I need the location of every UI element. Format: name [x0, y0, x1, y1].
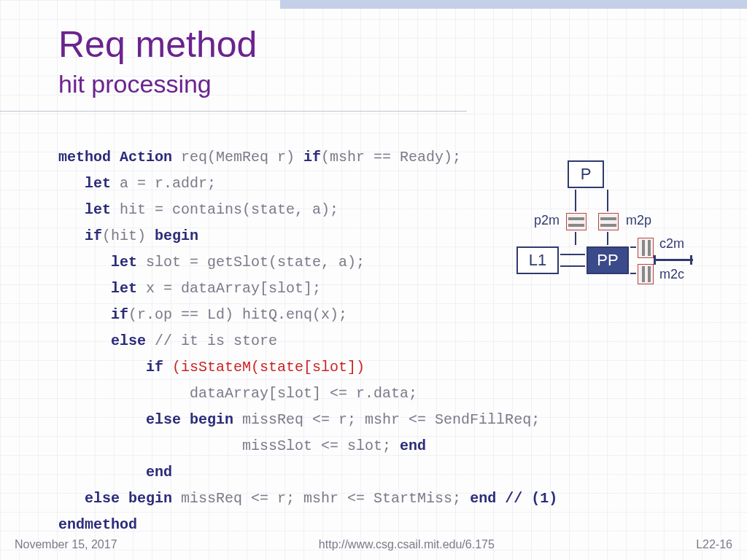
queue-m2p — [598, 213, 619, 230]
kw: method Action — [58, 149, 172, 166]
arrow — [630, 246, 636, 248]
label-m2c: m2c — [659, 267, 684, 282]
kw: else begin — [146, 411, 233, 428]
code-text-red: (isStateM(state[slot]) — [163, 359, 365, 376]
code-text: missSlot <= slot; — [242, 438, 391, 454]
code-text: x = dataArray[slot]; — [137, 280, 321, 297]
kw: let — [111, 254, 137, 271]
kw: let — [111, 280, 137, 297]
code-text: dataArray[slot] <= r.data; — [190, 385, 417, 402]
queue-p2m — [566, 213, 587, 230]
code-text: a = r.addr; — [111, 175, 216, 192]
box-p: P — [568, 160, 604, 188]
code-text: (r.op == Ld) hitQ.enq(x); — [128, 306, 347, 323]
kw: end — [146, 464, 172, 481]
slide-title: Req method — [58, 23, 257, 66]
code-block: method Action req(MemReq r) if(mshr == R… — [58, 118, 557, 538]
arrow — [560, 265, 585, 267]
kw: let — [85, 201, 111, 218]
kw: else begin — [85, 490, 172, 507]
decorative-top-bar — [280, 0, 747, 9]
footer-url: http://www.csg.csail.mit.edu/6.175 — [319, 538, 495, 551]
code-text: req(MemReq r) — [172, 149, 303, 166]
label-p2m: p2m — [534, 213, 560, 228]
kw: end // (1) — [461, 490, 557, 507]
kw: if — [111, 306, 128, 323]
label-m2p: m2p — [626, 213, 651, 228]
footer-page: L22-16 — [696, 538, 732, 551]
arrow — [607, 190, 608, 211]
kw: if — [146, 359, 163, 376]
kw: else — [111, 332, 146, 349]
arrow — [655, 259, 693, 261]
slide-footer: November 15, 2017 http://www.csg.csail.m… — [15, 538, 732, 551]
arrow — [690, 255, 692, 265]
kw: if — [85, 228, 102, 244]
code-text: missReq <= r; mshr <= StartMiss; — [172, 490, 461, 507]
queue-m2c — [638, 264, 654, 284]
kw: if — [303, 149, 321, 166]
box-pp: PP — [587, 246, 629, 274]
title-underline — [0, 111, 467, 112]
slide-subtitle: hit processing — [58, 70, 212, 98]
arrow — [654, 255, 656, 265]
code-text: slot = getSlot(state, a); — [137, 254, 365, 271]
code-text: missReq <= r; mshr <= SendFillReq; — [233, 411, 540, 428]
arrow — [607, 232, 608, 245]
arrow — [575, 232, 576, 245]
arrow — [560, 254, 585, 255]
queue-c2m — [638, 238, 654, 258]
kw: begin — [146, 228, 198, 244]
arrow — [630, 273, 636, 274]
kw: endmethod — [58, 516, 137, 533]
code-text: (mshr == Ready); — [321, 149, 461, 166]
kw: let — [85, 175, 111, 192]
code-text: hit = contains(state, a); — [111, 201, 338, 218]
code-text: (hit) — [102, 228, 146, 244]
footer-date: November 15, 2017 — [15, 538, 117, 551]
kw: end — [391, 438, 426, 454]
label-c2m: c2m — [659, 236, 684, 252]
architecture-diagram: P L1 PP p2m m2p c2m m2c — [516, 160, 721, 314]
arrow — [575, 190, 576, 211]
box-l1: L1 — [516, 246, 559, 274]
code-text: // it is store — [146, 332, 277, 349]
